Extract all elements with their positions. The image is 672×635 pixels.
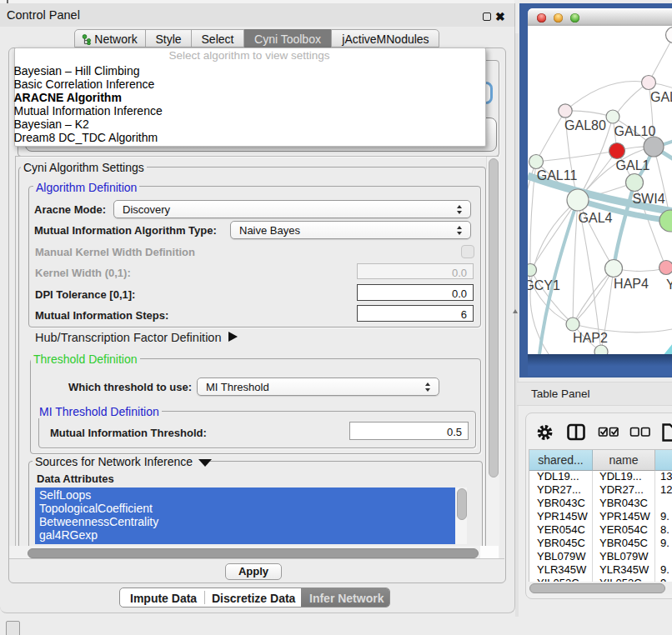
svg-text:SWI4: SWI4: [632, 192, 664, 206]
svg-text:GCY1: GCY1: [528, 278, 560, 292]
svg-text:GAL10: GAL10: [614, 124, 656, 138]
svg-text:GAL1: GAL1: [616, 158, 650, 172]
svg-text:GAL: GAL: [650, 90, 672, 104]
svg-text:GAL11: GAL11: [537, 168, 578, 182]
svg-text:HAP4: HAP4: [614, 277, 649, 291]
svg-text:GAL4: GAL4: [579, 211, 613, 225]
svg-text:GAL80: GAL80: [564, 118, 606, 132]
svg-text:Y: Y: [666, 278, 672, 292]
svg-text:HAP2: HAP2: [573, 331, 608, 345]
